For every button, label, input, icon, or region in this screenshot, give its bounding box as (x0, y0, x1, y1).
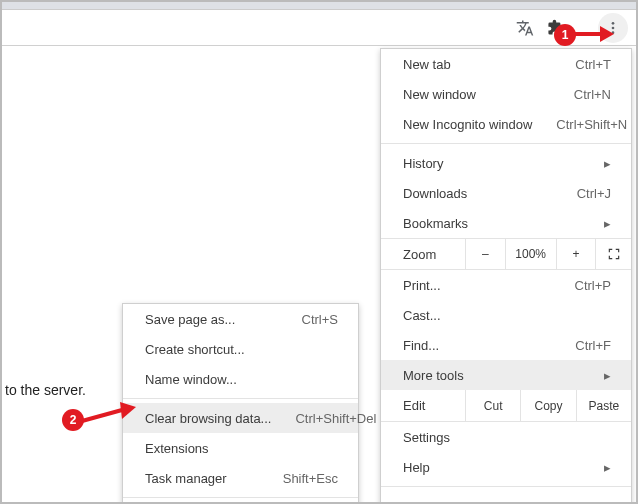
toolbar (2, 10, 636, 46)
menu-new-window[interactable]: New window Ctrl+N (381, 79, 631, 109)
submenu-save-page[interactable]: Save page as... Ctrl+S (123, 304, 358, 334)
menu-cast[interactable]: Cast... (381, 300, 631, 330)
menu-label: Downloads (403, 186, 553, 201)
menu-label: Save page as... (145, 312, 278, 327)
menu-exit[interactable]: Exit (381, 491, 631, 504)
menu-label: Exit (403, 499, 611, 505)
menu-shortcut: Shift+Esc (259, 471, 338, 486)
chevron-right-icon: ▸ (588, 368, 611, 383)
menu-shortcut: Ctrl+J (553, 186, 611, 201)
menu-bookmarks[interactable]: Bookmarks ▸ (381, 208, 631, 238)
menu-label: New window (403, 87, 550, 102)
menu-shortcut: Ctrl+Shift+Del (271, 411, 376, 426)
page-text: to the server. (5, 382, 86, 398)
menu-label: Extensions (145, 441, 338, 456)
svg-line-5 (82, 410, 122, 421)
menu-label: Clear browsing data... (145, 411, 271, 426)
menu-label: Create shortcut... (145, 342, 338, 357)
chevron-right-icon: ▸ (588, 460, 611, 475)
submenu-create-shortcut[interactable]: Create shortcut... (123, 334, 358, 364)
menu-label: Settings (403, 430, 611, 445)
menu-history[interactable]: History ▸ (381, 148, 631, 178)
menu-label: New Incognito window (403, 117, 532, 132)
svg-marker-6 (120, 402, 136, 419)
edit-paste[interactable]: Paste (576, 390, 631, 421)
chevron-right-icon: ▸ (588, 156, 611, 171)
menu-help[interactable]: Help ▸ (381, 452, 631, 482)
menu-shortcut: Ctrl+T (551, 57, 611, 72)
zoom-value: 100% (505, 239, 556, 269)
chevron-right-icon: ▸ (588, 216, 611, 231)
menu-shortcut: Ctrl+F (551, 338, 611, 353)
edit-cut[interactable]: Cut (465, 390, 520, 421)
annotation-badge-1: 1 (554, 24, 576, 46)
menu-label: New tab (403, 57, 551, 72)
menu-label: Print... (403, 278, 551, 293)
submenu-task-manager[interactable]: Task manager Shift+Esc (123, 463, 358, 493)
menu-shortcut: Ctrl+Shift+N (532, 117, 627, 132)
zoom-label: Zoom (381, 239, 465, 269)
menu-shortcut: Ctrl+P (551, 278, 611, 293)
edit-copy[interactable]: Copy (520, 390, 575, 421)
menu-separator (123, 398, 358, 399)
menu-new-incognito[interactable]: New Incognito window Ctrl+Shift+N (381, 109, 631, 139)
menu-find[interactable]: Find... Ctrl+F (381, 330, 631, 360)
menu-separator (381, 486, 631, 487)
menu-label: Name window... (145, 372, 338, 387)
translate-icon[interactable] (510, 13, 540, 43)
menu-label: History (403, 156, 588, 171)
menu-separator (123, 497, 358, 498)
svg-marker-4 (600, 26, 614, 42)
fullscreen-icon[interactable] (595, 239, 631, 269)
menu-label: More tools (403, 368, 588, 383)
tab-strip (2, 2, 636, 10)
menu-separator (381, 143, 631, 144)
submenu-name-window[interactable]: Name window... (123, 364, 358, 394)
submenu-clear-browsing-data[interactable]: Clear browsing data... Ctrl+Shift+Del (123, 403, 358, 433)
submenu-extensions[interactable]: Extensions (123, 433, 358, 463)
menu-zoom: Zoom – 100% + (381, 238, 631, 270)
menu-label: Find... (403, 338, 551, 353)
main-menu: New tab Ctrl+T New window Ctrl+N New Inc… (380, 48, 632, 504)
menu-label: Cast... (403, 308, 611, 323)
menu-edit: Edit Cut Copy Paste (381, 390, 631, 422)
menu-shortcut: Ctrl+N (550, 87, 611, 102)
menu-label: Task manager (145, 471, 259, 486)
annotation-badge-2: 2 (62, 409, 84, 431)
more-tools-submenu: Save page as... Ctrl+S Create shortcut..… (122, 303, 359, 504)
menu-label: Help (403, 460, 588, 475)
menu-shortcut: Ctrl+S (278, 312, 338, 327)
zoom-in-button[interactable]: + (556, 239, 596, 269)
menu-label: Bookmarks (403, 216, 588, 231)
menu-settings[interactable]: Settings (381, 422, 631, 452)
menu-more-tools[interactable]: More tools ▸ (381, 360, 631, 390)
menu-new-tab[interactable]: New tab Ctrl+T (381, 49, 631, 79)
zoom-out-button[interactable]: – (465, 239, 505, 269)
menu-downloads[interactable]: Downloads Ctrl+J (381, 178, 631, 208)
edit-label: Edit (381, 390, 465, 421)
menu-print[interactable]: Print... Ctrl+P (381, 270, 631, 300)
annotation-arrow-2 (80, 401, 138, 427)
